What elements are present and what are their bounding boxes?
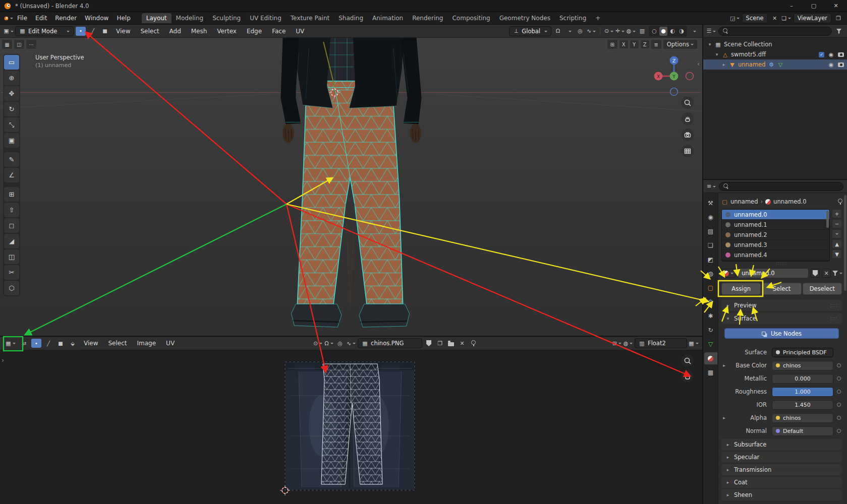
tab-material[interactable] bbox=[704, 352, 717, 364]
toggle-ortho-icon[interactable] bbox=[681, 145, 694, 157]
uv-proportional-edit-icon[interactable]: ◎ bbox=[335, 339, 345, 348]
slot-specials-dropdown[interactable] bbox=[832, 229, 842, 238]
use-nodes-button[interactable]: Use Nodes bbox=[724, 328, 839, 339]
mirror-z-button[interactable]: Z bbox=[641, 40, 649, 48]
uv-falloff-dropdown[interactable]: ∿ bbox=[347, 339, 356, 348]
expand-icon[interactable]: ▸ bbox=[721, 363, 727, 368]
expand-icon[interactable]: ▾ bbox=[707, 42, 712, 47]
tool-extrude[interactable]: ⇧ bbox=[4, 203, 19, 217]
snap-settings-dropdown[interactable] bbox=[564, 27, 574, 36]
menu-mesh[interactable]: Mesh bbox=[187, 27, 211, 36]
tab-texture[interactable]: ▦ bbox=[704, 366, 717, 379]
workspace-tab-shading[interactable]: Shading bbox=[334, 13, 368, 23]
uv-overlays-dropdown[interactable]: ◍ bbox=[624, 339, 633, 348]
subsurface-section-header[interactable]: ▸Subsurface bbox=[721, 439, 842, 450]
zoom-icon[interactable] bbox=[681, 96, 694, 109]
close-button[interactable]: ✕ bbox=[825, 0, 847, 12]
tool-options-icon[interactable]: ◫ bbox=[14, 40, 24, 49]
tool-transform[interactable]: ▣ bbox=[4, 133, 19, 148]
workspace-tab-uv-editing[interactable]: UV Editing bbox=[245, 13, 286, 23]
pin-image-icon[interactable] bbox=[469, 339, 478, 348]
menu-select[interactable]: Select bbox=[136, 27, 163, 36]
ior-slider[interactable]: 1.450 bbox=[772, 400, 833, 410]
workspace-tab-compositing[interactable]: Compositing bbox=[447, 13, 494, 23]
surface-shader-dropdown[interactable]: Principled BSDF bbox=[772, 348, 833, 357]
shading-material-icon[interactable]: ◐ bbox=[668, 27, 676, 36]
menu-window[interactable]: Window bbox=[81, 14, 112, 23]
roughness-slider[interactable]: 1.000 bbox=[772, 387, 833, 397]
tool-scale[interactable]: ⤡ bbox=[4, 117, 19, 132]
menu-help[interactable]: Help bbox=[112, 14, 134, 23]
material-slot-row[interactable]: unnamed.2 bbox=[722, 230, 829, 240]
workspace-tab-animation[interactable]: Animation bbox=[368, 13, 408, 23]
browse-scene-icon[interactable]: ◲ bbox=[730, 14, 740, 23]
workspace-tab-geometry-nodes[interactable]: Geometry Nodes bbox=[495, 13, 555, 23]
tab-object-data[interactable]: ▽ bbox=[704, 338, 717, 350]
add-workspace-button[interactable]: + bbox=[591, 13, 605, 23]
unlink-material-icon[interactable]: ✕ bbox=[822, 269, 831, 278]
shading-solid-icon[interactable]: ● bbox=[659, 27, 667, 36]
tool-fallback-icon[interactable]: ▦ bbox=[2, 40, 12, 49]
tool-knife[interactable]: ✂ bbox=[4, 265, 19, 280]
outliner-search-input[interactable] bbox=[718, 27, 832, 36]
uv-menu-image[interactable]: Image bbox=[133, 339, 160, 348]
tab-physics[interactable]: ↻ bbox=[704, 324, 717, 336]
animate-dot[interactable] bbox=[835, 416, 842, 420]
mesh-data-icon[interactable]: ▽ bbox=[777, 60, 784, 69]
browse-material-dropdown[interactable] bbox=[721, 269, 736, 278]
expand-icon[interactable]: ▸ bbox=[721, 62, 726, 67]
selectable-checkbox[interactable]: ✓ bbox=[819, 52, 824, 57]
fake-user-shield-icon[interactable] bbox=[811, 269, 820, 278]
uv-map-selector[interactable]: ▥Float2 bbox=[635, 338, 687, 348]
browse-viewlayer-icon[interactable]: ❏ bbox=[782, 14, 791, 23]
tool-add-cube[interactable]: ⊞ bbox=[4, 187, 19, 202]
breadcrumb-object[interactable]: unnamed bbox=[730, 198, 758, 205]
material-slot-row[interactable]: unnamed.0 bbox=[722, 210, 829, 220]
menu-face[interactable]: Face bbox=[268, 27, 290, 36]
mirror-y-button[interactable]: Y bbox=[630, 40, 639, 48]
snap-base-icon[interactable]: ≣ bbox=[651, 40, 661, 49]
unlink-image-icon[interactable]: ✕ bbox=[458, 339, 467, 348]
scene-selector[interactable]: Scene bbox=[742, 13, 768, 23]
snap-magnet-icon[interactable]: Ω bbox=[553, 27, 562, 36]
maximize-button[interactable]: ▢ bbox=[803, 0, 825, 12]
vertex-select-mode-button[interactable]: • bbox=[76, 27, 86, 36]
tab-tool[interactable]: ⚒ bbox=[704, 197, 717, 209]
unlink-scene-icon[interactable]: ✕ bbox=[770, 14, 779, 23]
modifier-icon[interactable]: ⚙ bbox=[768, 60, 775, 69]
fake-user-shield-icon[interactable] bbox=[424, 339, 433, 348]
menu-edit[interactable]: Edit bbox=[31, 14, 51, 23]
mirror-x-button[interactable]: X bbox=[619, 40, 628, 48]
proportional-falloff-dropdown[interactable]: ∿ bbox=[587, 27, 596, 36]
uv-menu-uv[interactable]: UV bbox=[162, 339, 179, 348]
material-slot-row[interactable]: unnamed.1 bbox=[722, 220, 829, 230]
uv-pan-hand-icon[interactable] bbox=[681, 370, 694, 383]
face-select-mode-button[interactable]: ■ bbox=[100, 27, 110, 36]
slot-list-scrollbar[interactable] bbox=[826, 211, 829, 228]
uv-snap-magnet-icon[interactable]: Ω bbox=[324, 339, 333, 348]
properties-scrollbar[interactable] bbox=[844, 195, 846, 291]
sidebar-pull-tab[interactable]: ‹ bbox=[697, 60, 700, 68]
animate-dot[interactable] bbox=[835, 363, 842, 367]
menu-edge[interactable]: Edge bbox=[243, 27, 266, 36]
tool-extra-icon[interactable]: ⋯ bbox=[26, 40, 36, 49]
coat-section-header[interactable]: ▸Coat bbox=[721, 477, 842, 488]
options-dropdown[interactable]: Options bbox=[663, 40, 697, 49]
tab-particles[interactable]: ✱ bbox=[704, 310, 717, 322]
assign-button[interactable]: Assign bbox=[721, 283, 761, 295]
outliner-row-scene-collection[interactable]: ▾ ▦ Scene Collection bbox=[703, 39, 847, 49]
workspace-tab-rendering[interactable]: Rendering bbox=[408, 13, 447, 23]
tool-measure[interactable]: ∠ bbox=[4, 168, 19, 182]
metallic-slider[interactable]: 0.000 bbox=[772, 374, 833, 384]
uv-face-select-button[interactable]: ■ bbox=[55, 339, 66, 348]
hide-eye-icon[interactable]: ◉ bbox=[828, 60, 834, 69]
show-visibility-dropdown[interactable]: ⊙ bbox=[604, 27, 613, 36]
outliner-filter-icon[interactable] bbox=[834, 27, 843, 36]
tool-poly-build[interactable]: ⬡ bbox=[4, 281, 19, 295]
transform-orientation-dropdown[interactable]: ⟂Global bbox=[509, 26, 551, 36]
tab-render[interactable]: ◉ bbox=[704, 211, 717, 223]
transmission-section-header[interactable]: ▸Transmission bbox=[721, 464, 842, 475]
uv-sidebar-pull-tab[interactable]: › bbox=[2, 356, 4, 364]
minimize-button[interactable]: – bbox=[780, 0, 803, 12]
normal-field[interactable]: Default bbox=[772, 426, 833, 436]
